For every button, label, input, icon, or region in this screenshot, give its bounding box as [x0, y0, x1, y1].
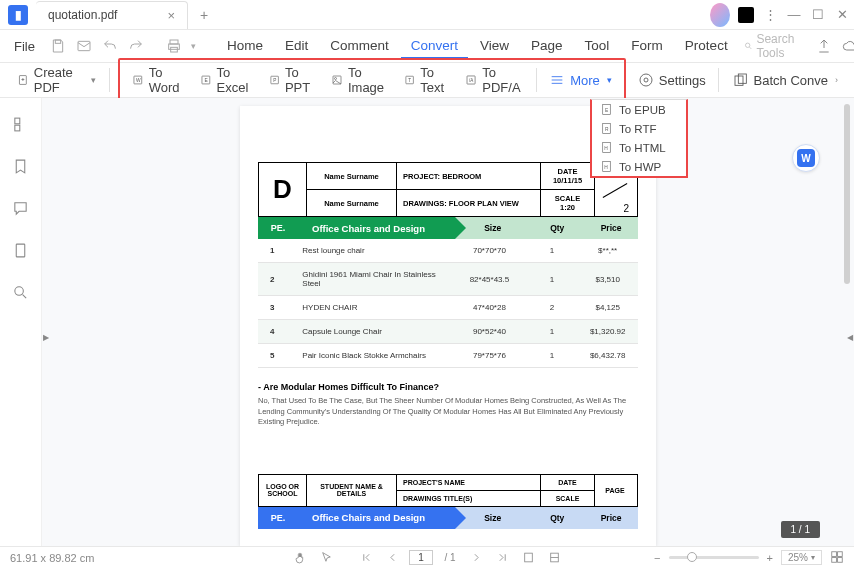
tab-protect[interactable]: Protect: [675, 34, 738, 59]
scrollbar[interactable]: [844, 104, 850, 284]
titlebar: ▮ quotation.pdf × + ⋮ — ☐ ✕: [0, 0, 854, 30]
more-dropdown: ETo EPUB RTo RTF HTo HTML HTo HWP: [590, 99, 688, 178]
create-pdf-button[interactable]: Create PDF▾: [8, 61, 105, 99]
maximize-icon[interactable]: ☐: [806, 3, 830, 27]
tab-page[interactable]: Page: [521, 34, 573, 59]
svg-point-28: [640, 74, 652, 86]
left-rail: [0, 98, 42, 546]
layout-icon[interactable]: [830, 550, 844, 566]
expand-right-icon[interactable]: ◀: [846, 322, 854, 352]
convert-group-highlight: WTo Word ETo Excel PTo PPT To Image TTo …: [118, 58, 626, 102]
file-menu[interactable]: File: [6, 39, 43, 54]
svg-rect-50: [838, 557, 843, 562]
to-hwp-item[interactable]: HTo HWP: [592, 157, 686, 176]
to-image-button[interactable]: To Image: [323, 62, 396, 98]
tab-comment[interactable]: Comment: [320, 34, 399, 59]
to-word-button[interactable]: WTo Word: [124, 62, 192, 98]
doc-name2: Name Surname: [307, 190, 397, 216]
to-rtf-item[interactable]: RTo RTF: [592, 119, 686, 138]
svg-rect-30: [738, 74, 746, 83]
bookmark-icon[interactable]: [11, 156, 31, 176]
svg-rect-3: [78, 41, 90, 50]
zoom-in-icon[interactable]: +: [767, 552, 773, 564]
cloud-icon[interactable]: [840, 36, 854, 56]
close-tab-icon[interactable]: ×: [167, 8, 175, 23]
svg-rect-48: [838, 551, 843, 556]
thumbnail-icon[interactable]: [11, 114, 31, 134]
comment-icon[interactable]: [11, 198, 31, 218]
zoom-level[interactable]: 25%▾: [781, 550, 822, 565]
more-button[interactable]: More▾: [541, 69, 620, 91]
tab-edit[interactable]: Edit: [275, 34, 318, 59]
last-page-icon[interactable]: [493, 549, 511, 567]
svg-rect-41: [16, 244, 25, 257]
svg-text:R: R: [605, 127, 609, 132]
to-text-button[interactable]: TTo Text: [396, 62, 457, 98]
svg-text:P: P: [273, 78, 276, 83]
svg-rect-0: [738, 7, 754, 23]
document-tab[interactable]: quotation.pdf ×: [36, 1, 188, 29]
doc-logo: D: [259, 163, 307, 216]
panel-icon[interactable]: [734, 3, 758, 27]
svg-rect-39: [15, 118, 20, 124]
print-caret-icon[interactable]: ▾: [189, 35, 199, 57]
settings-button[interactable]: Settings: [630, 69, 714, 91]
kebab-icon[interactable]: ⋮: [758, 3, 782, 27]
redo-icon[interactable]: [125, 35, 147, 57]
attachment-icon[interactable]: [11, 240, 31, 260]
fit-width-icon[interactable]: [545, 549, 563, 567]
add-tab-icon[interactable]: +: [200, 7, 208, 23]
table-row: 1Rest lounge chair70*70*701$**,**: [258, 239, 638, 263]
search-tools[interactable]: Search Tools: [738, 32, 806, 60]
fit-page-icon[interactable]: [519, 549, 537, 567]
toolbar-convert: Create PDF▾ WTo Word ETo Excel PTo PPT T…: [0, 62, 854, 98]
svg-rect-4: [170, 40, 178, 44]
doc-scale: SCALE 1:20: [541, 190, 595, 216]
tab-form[interactable]: Form: [621, 34, 673, 59]
select-tool-icon[interactable]: [317, 549, 335, 567]
doc-header-2: LOGO OR SCHOOL STUDENT NAME & DETAILS PR…: [258, 474, 638, 507]
dimensions-readout: 61.91 x 89.82 cm: [10, 552, 94, 564]
minimize-icon[interactable]: —: [782, 3, 806, 27]
first-page-icon[interactable]: [357, 549, 375, 567]
to-epub-item[interactable]: ETo EPUB: [592, 100, 686, 119]
theme-icon[interactable]: [710, 3, 734, 27]
zoom-slider[interactable]: [669, 556, 759, 559]
to-pdfa-button[interactable]: /ATo PDF/A: [457, 62, 532, 98]
expand-left-icon[interactable]: ▶: [42, 322, 50, 352]
undo-icon[interactable]: [99, 35, 121, 57]
svg-rect-49: [832, 557, 837, 562]
table-row: 2Ghidini 1961 Miami Chair In Stainless S…: [258, 263, 638, 296]
tab-home[interactable]: Home: [217, 34, 273, 59]
next-page-icon[interactable]: [467, 549, 485, 567]
search-rail-icon[interactable]: [11, 282, 31, 302]
table-row: 5Pair Iconic Black Stokke Armchairs79*75…: [258, 344, 638, 368]
canvas[interactable]: ▶ ◀ W 1 / 1 D Name Surname Name Surname …: [42, 98, 854, 546]
batch-convert-button[interactable]: Batch Conve›: [725, 69, 846, 91]
to-ppt-button[interactable]: PTo PPT: [261, 62, 323, 98]
print-icon[interactable]: [163, 35, 185, 57]
close-window-icon[interactable]: ✕: [830, 3, 854, 27]
zoom-out-icon[interactable]: −: [654, 552, 660, 564]
share-icon[interactable]: [814, 36, 834, 56]
floating-action[interactable]: W: [792, 144, 820, 172]
tab-tool[interactable]: Tool: [575, 34, 620, 59]
svg-text:T: T: [408, 78, 411, 83]
to-html-item[interactable]: HTo HTML: [592, 138, 686, 157]
svg-point-42: [15, 286, 23, 295]
page-badge: 1 / 1: [781, 521, 820, 538]
prev-page-icon[interactable]: [383, 549, 401, 567]
tab-convert[interactable]: Convert: [401, 34, 468, 59]
svg-text:W: W: [136, 78, 141, 83]
to-excel-button[interactable]: ETo Excel: [192, 62, 261, 98]
page-input[interactable]: [409, 550, 433, 565]
svg-text:/A: /A: [469, 78, 474, 83]
hand-tool-icon[interactable]: [291, 549, 309, 567]
svg-line-8: [749, 47, 751, 49]
mail-icon[interactable]: [73, 35, 95, 57]
tab-filename: quotation.pdf: [48, 8, 117, 22]
save-icon[interactable]: [47, 35, 69, 57]
doc-project: PROJECT: BEDROOM: [397, 163, 541, 190]
doc-date: DATE 10/11/15: [541, 163, 595, 190]
tab-view[interactable]: View: [470, 34, 519, 59]
